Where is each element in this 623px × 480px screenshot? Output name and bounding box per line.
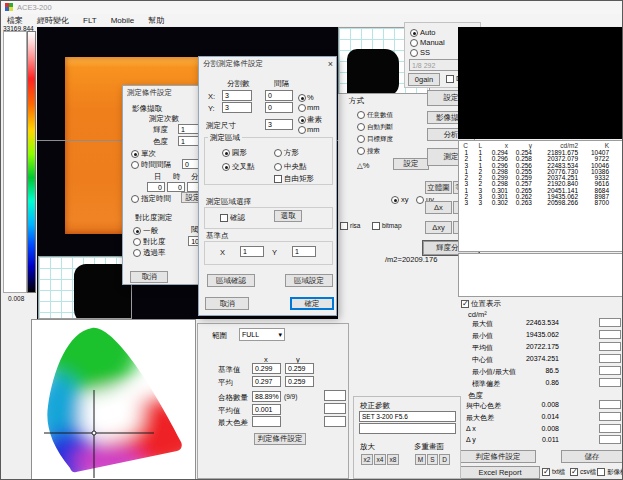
luminance-label: 輝度 [153, 125, 168, 134]
radio-single[interactable] [131, 150, 139, 158]
radio-auto-exposure[interactable] [410, 29, 418, 37]
stat-row: Δ y0.011 [456, 436, 623, 446]
menu-mobile[interactable]: Mobile [111, 16, 135, 25]
radio-ss-exposure[interactable] [410, 49, 418, 57]
base-y-field[interactable]: 1 [292, 246, 316, 257]
mean-flag-box [324, 403, 346, 414]
radio-interval[interactable] [131, 161, 139, 169]
area-confirm-button[interactable]: 區域確認 [207, 274, 255, 287]
checkbox-image-file[interactable] [597, 468, 605, 476]
radio-contrast[interactable] [133, 238, 141, 246]
radio-target-luminance[interactable] [357, 135, 365, 143]
checkbox-bitmap[interactable] [372, 222, 380, 230]
radio-size-mm[interactable] [298, 126, 306, 134]
radio-gap-percent[interactable] [298, 94, 306, 102]
radio-transmittance[interactable] [133, 249, 141, 257]
radio-general[interactable] [133, 227, 141, 235]
result-image-view[interactable] [458, 27, 623, 139]
menu-time-change[interactable]: 經時變化 [37, 15, 69, 26]
checkbox-risa[interactable] [340, 222, 348, 230]
radio-specified-time[interactable] [131, 195, 139, 203]
base-x-field[interactable]: 1 [240, 246, 264, 257]
x-split-field[interactable]: 3 [222, 90, 252, 101]
range-combo[interactable]: FULL ▾ [239, 328, 285, 341]
split-cancel-button[interactable]: 取消 [205, 297, 249, 310]
stat-flag-box [599, 435, 621, 444]
zoom-x2-button[interactable]: x2 [361, 454, 373, 465]
area-set-button[interactable]: 區域設定 [285, 274, 333, 287]
checkbox-txt[interactable] [542, 468, 550, 476]
day-field[interactable]: 0 [147, 182, 165, 192]
radio-xy[interactable] [391, 196, 399, 204]
menu-help[interactable]: 幫助 [148, 15, 164, 26]
solid-view-button[interactable]: 立體圖 [425, 181, 452, 194]
stat-flag-box [599, 318, 621, 327]
zero-gain-button[interactable]: 0gain [408, 73, 440, 86]
dialog-title: 分割測定條件設定 [203, 59, 263, 69]
checkbox-csv[interactable] [570, 468, 578, 476]
chroma-section-label: 色度 [468, 391, 483, 400]
judge-condition-button[interactable]: 判定條件設定 [460, 450, 536, 463]
colorbar-track [3, 31, 27, 293]
method-set-button[interactable]: 設定 [393, 158, 429, 170]
radio-search[interactable] [357, 147, 365, 155]
radio-cross-point[interactable] [222, 163, 230, 171]
cie-diagram[interactable] [31, 319, 196, 480]
radio-circle[interactable] [222, 149, 230, 157]
radio-auto-judge-label: 自動判斷 [367, 122, 393, 131]
measured-point-marker [92, 431, 96, 435]
radio-gap-mm[interactable] [298, 104, 306, 112]
reference-y-field[interactable]: 0.259 [285, 363, 314, 374]
radio-arbitrary-value[interactable] [357, 111, 365, 119]
multi-m-button[interactable]: M [415, 454, 426, 465]
radio-square[interactable] [274, 149, 282, 157]
delta-x-button[interactable]: Δx [425, 201, 452, 214]
menu-flt[interactable]: FLT [83, 16, 97, 25]
measure-size-field[interactable]: 3 [265, 119, 293, 130]
range-panel: 範圍 FULL ▾ x y 基準值 0.299 0.259 平均 0.297 0… [197, 323, 349, 479]
split-count-label: 分割數 [227, 79, 250, 88]
zoom-x8-button[interactable]: x8 [387, 454, 399, 465]
multi-d-button[interactable]: D [439, 454, 450, 465]
checkbox-free-rect[interactable] [274, 175, 282, 183]
delta-xy-button[interactable]: Δxy [425, 221, 452, 234]
x-gap-field[interactable]: 0 [265, 90, 293, 101]
split-ok-button[interactable]: 確定 [290, 297, 334, 310]
radio-size-pixel[interactable] [298, 116, 306, 124]
reference-x-field[interactable]: 0.299 [252, 363, 281, 374]
stat-row: 最小值19435.062 [456, 331, 623, 341]
checkbox-area-confirm-label: 確認 [230, 213, 245, 222]
dialog-titlebar[interactable]: 分割測定條件設定 [199, 57, 336, 71]
zoom-x4-button[interactable]: x4 [374, 454, 386, 465]
split-measure-dialog: 分割測定條件設定 × 分割數 間隔 X: 3 0 Y: 3 0 % mm 測定尺… [198, 56, 337, 316]
hour-field[interactable]: 0 [167, 182, 185, 192]
radio-center-point[interactable] [274, 163, 282, 171]
results-table[interactable]: CLxycd/m2K 110.2940.25421891.67510407 21… [458, 140, 623, 252]
range-judge-button[interactable]: 判定條件設定 [254, 433, 306, 445]
close-icon[interactable]: × [325, 59, 336, 70]
x-label: X: [208, 92, 215, 101]
save-button[interactable]: 儲存 [561, 450, 623, 463]
radio-manual-exposure[interactable] [410, 39, 418, 47]
excel-report-button[interactable]: Excel Report [460, 466, 540, 479]
radio-auto-judge[interactable] [357, 123, 365, 131]
checkbox-dr[interactable] [446, 75, 454, 83]
radio-uv[interactable] [416, 196, 424, 204]
pass-flag-box [324, 390, 346, 401]
max-color-diff-label: 最大色差 [218, 418, 248, 427]
table-row[interactable]: 330.3020.26320598.2668700 [459, 200, 623, 206]
calibration-empty-field [359, 423, 456, 434]
checkbox-txt-label: txt檔 [552, 467, 565, 476]
y-split-field[interactable]: 3 [222, 102, 252, 113]
measure-cancel-button[interactable]: 取消 [130, 271, 168, 283]
stat-row: 平均值20722.175 [456, 343, 623, 353]
checkbox-position-display[interactable] [461, 300, 469, 308]
average-y-field[interactable]: 0.259 [285, 376, 314, 387]
pick-button[interactable]: 選取 [274, 210, 302, 222]
y-gap-field[interactable]: 0 [265, 102, 293, 113]
zoom-label: 放大 [360, 442, 375, 451]
calibration-value-field: SET 3-200 F5.6 [359, 411, 456, 422]
average-x-field[interactable]: 0.297 [252, 376, 281, 387]
multi-s-button[interactable]: S [427, 454, 438, 465]
checkbox-area-confirm[interactable] [220, 214, 228, 222]
